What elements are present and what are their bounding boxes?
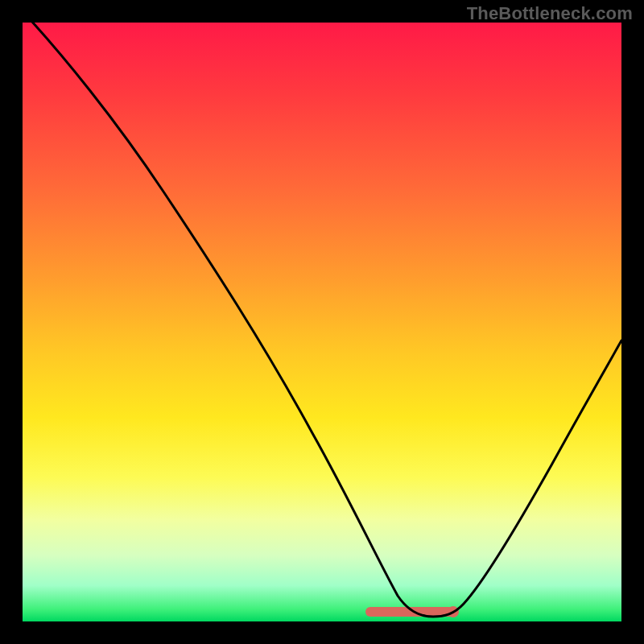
watermark-text: TheBottleneck.com <box>467 3 633 24</box>
plot-area <box>23 23 621 621</box>
chart-frame: TheBottleneck.com <box>0 0 644 644</box>
curve-path <box>23 23 621 617</box>
bottleneck-curve <box>23 23 621 621</box>
